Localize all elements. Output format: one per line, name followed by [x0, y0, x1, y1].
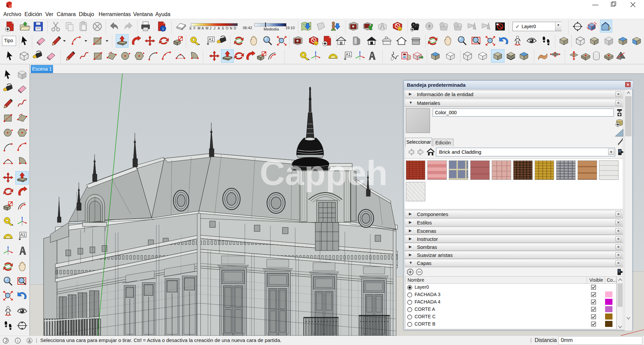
- svg-text:i: i: [17, 339, 18, 343]
- svg-text:Cappeh: Cappeh: [260, 153, 387, 192]
